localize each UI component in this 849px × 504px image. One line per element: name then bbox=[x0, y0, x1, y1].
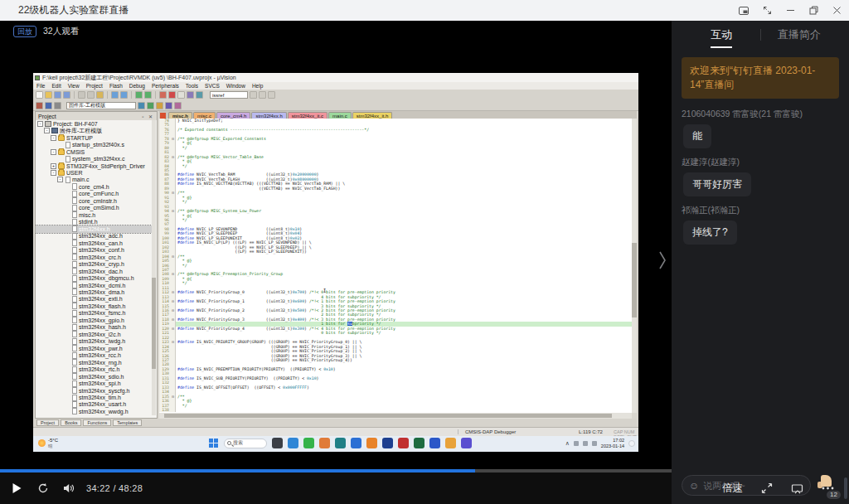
panel-tab-project[interactable]: Project bbox=[36, 419, 59, 426]
save-all-icon[interactable] bbox=[63, 91, 70, 99]
taskbar-app-icon[interactable] bbox=[335, 438, 346, 448]
tree-item[interactable]: core_cm4.h bbox=[36, 183, 152, 190]
tree-item[interactable]: stm32f4xx_syscfg.h bbox=[36, 387, 152, 394]
breakpoint-icon[interactable] bbox=[168, 91, 176, 99]
notification-badge[interactable] bbox=[628, 440, 635, 447]
tree-item[interactable]: stm32f4xx_cryp.h bbox=[36, 260, 152, 267]
tree-expander-icon[interactable]: - bbox=[51, 149, 56, 155]
menu-file[interactable]: File bbox=[36, 83, 45, 89]
pip-button[interactable] bbox=[738, 5, 750, 17]
debug-start-icon[interactable] bbox=[45, 102, 52, 109]
bookmark-icon[interactable] bbox=[159, 91, 167, 99]
panel-tab-templates[interactable]: Templates bbox=[113, 419, 142, 426]
tree-expander-icon[interactable]: - bbox=[51, 170, 56, 176]
maximize-button[interactable] bbox=[808, 5, 819, 17]
tree-expander-icon[interactable]: - bbox=[57, 177, 63, 182]
tab-list-icon[interactable] bbox=[160, 113, 166, 119]
more-options-button[interactable] bbox=[822, 487, 834, 490]
copy-icon[interactable] bbox=[87, 91, 95, 99]
editor-tab-core_cm4-h[interactable]: core_cm4.h bbox=[216, 112, 250, 119]
tree-item[interactable]: stm32f4xx_rcc.h bbox=[36, 351, 152, 358]
tree-expander-icon[interactable]: - bbox=[51, 135, 56, 141]
tree-item[interactable]: core_cmFunc.h bbox=[36, 191, 152, 197]
tree-item[interactable]: +STM32F4xx_StdPeriph_Driver bbox=[36, 162, 152, 169]
tray-icon[interactable] bbox=[592, 441, 597, 446]
taskbar-app-icon[interactable] bbox=[398, 438, 409, 448]
back-icon[interactable] bbox=[135, 91, 143, 99]
tree-item[interactable]: -STARTUP bbox=[36, 134, 152, 141]
tree-item[interactable]: -main.c bbox=[36, 177, 152, 183]
sidebar-collapse-handle[interactable] bbox=[657, 249, 667, 272]
start-button[interactable] bbox=[209, 439, 219, 448]
memory-window-icon[interactable] bbox=[196, 91, 203, 99]
taskbar-search[interactable]: 搜索 bbox=[224, 439, 267, 448]
editor-tab-main-c[interactable]: main.c bbox=[328, 112, 352, 119]
tree-expander-icon[interactable]: - bbox=[37, 121, 43, 127]
close-button[interactable] bbox=[831, 5, 842, 17]
tree-item[interactable]: stm32f4xx_tim.h bbox=[36, 394, 152, 400]
rebuild-icon[interactable] bbox=[147, 102, 154, 109]
toolbar-search-combo[interactable]: issref bbox=[210, 91, 248, 99]
editor-vertical-scrollbar[interactable] bbox=[632, 119, 637, 413]
tray-icon[interactable] bbox=[583, 441, 588, 446]
emoji-icon[interactable]: ☺ bbox=[689, 480, 699, 492]
tree-item[interactable]: stm32f4xx_adc.h bbox=[36, 233, 152, 240]
configure-icon[interactable] bbox=[268, 91, 275, 99]
taskbar-weather[interactable]: -5°C 晴 bbox=[38, 438, 58, 448]
menu-flash[interactable]: Flash bbox=[109, 83, 123, 89]
reload-button[interactable] bbox=[36, 482, 50, 495]
tree-item[interactable]: stm32f4xx_dcmi.h bbox=[36, 282, 152, 288]
find-in-files-icon[interactable] bbox=[259, 91, 266, 99]
tree-item[interactable]: stm32f4xx_can.h bbox=[36, 240, 152, 246]
editor-horizontal-scrollbar[interactable] bbox=[159, 413, 632, 419]
tree-expander-icon[interactable]: - bbox=[44, 128, 50, 133]
sidebar-tab-interact[interactable]: 互动 bbox=[683, 27, 760, 42]
sidebar-tab-intro[interactable]: 直播简介 bbox=[761, 27, 838, 42]
tree-item[interactable]: stm32f4xx_sdio.h bbox=[36, 373, 152, 380]
tree-item[interactable]: stm32f4xx_dbgmcu.h bbox=[36, 274, 152, 281]
taskbar-app-icon[interactable] bbox=[272, 438, 283, 448]
taskbar-app-icon[interactable] bbox=[445, 438, 456, 448]
taskbar-app-icon[interactable] bbox=[414, 438, 424, 448]
playback-speed-button[interactable]: 倍速 bbox=[722, 482, 743, 496]
undo-icon[interactable] bbox=[111, 91, 119, 99]
taskbar-app-icon[interactable] bbox=[303, 438, 314, 448]
taskbar-app-icon[interactable] bbox=[319, 438, 330, 448]
editor-tab-stm32f4xx_it-h[interactable]: stm32f4xx_it.h bbox=[352, 112, 393, 119]
project-tree-scrollbar[interactable] bbox=[152, 120, 156, 415]
taskbar-app-icon[interactable] bbox=[461, 438, 472, 448]
target-select-combo[interactable]: 固件库-工程模版 bbox=[66, 102, 136, 109]
batch-build-icon[interactable] bbox=[165, 102, 172, 109]
tree-item[interactable]: stm32f4xx_hash.h bbox=[36, 324, 152, 331]
run-to-line-icon[interactable] bbox=[177, 91, 185, 99]
build-icon[interactable] bbox=[138, 102, 145, 109]
tree-item[interactable]: -CMSIS bbox=[36, 148, 152, 155]
panel-tab-books[interactable]: Books bbox=[61, 419, 81, 426]
tree-expander-icon[interactable]: + bbox=[51, 163, 56, 169]
tree-item[interactable]: stdint.h bbox=[36, 219, 152, 225]
play-button[interactable] bbox=[10, 482, 23, 495]
redo-icon[interactable] bbox=[120, 91, 128, 99]
translate-icon[interactable] bbox=[156, 102, 163, 109]
find-icon[interactable] bbox=[250, 91, 257, 99]
tree-item[interactable]: -USER bbox=[36, 169, 152, 176]
tree-item[interactable]: misc.h bbox=[36, 211, 152, 218]
menu-debug[interactable]: Debug bbox=[129, 83, 145, 89]
menu-peripherals[interactable]: Peripherals bbox=[152, 83, 179, 89]
tree-item[interactable]: stm32f4xx_gpio.h bbox=[36, 317, 152, 323]
editor-tab-stm32f4xx-h[interactable]: stm32f4xx.h bbox=[251, 112, 286, 119]
minimize-button[interactable] bbox=[784, 5, 796, 17]
tree-item[interactable]: stm32f4xx_rng.h bbox=[36, 359, 152, 366]
tree-item[interactable]: stm32f4xx_exti.h bbox=[36, 296, 152, 303]
tree-item[interactable]: stm32f4xx.h bbox=[36, 225, 152, 232]
menu-window[interactable]: Window bbox=[226, 83, 245, 89]
code-editor[interactable]: 74} NVIC_InitTypeDef;7576/* Exported con… bbox=[159, 119, 632, 413]
tree-item[interactable]: stm32f4xx_flash.h bbox=[36, 303, 152, 309]
menu-tools[interactable]: Tools bbox=[186, 83, 198, 89]
new-file-icon[interactable] bbox=[36, 91, 43, 99]
editor-tab-stm32f4xx_it-c[interactable]: stm32f4xx_it.c bbox=[288, 112, 327, 119]
tray-chevron-icon[interactable]: ∧ bbox=[565, 440, 570, 447]
tree-item[interactable]: stm32f4xx_dma.h bbox=[36, 288, 152, 295]
cut-icon[interactable] bbox=[78, 91, 85, 99]
editor-tab-misc-c[interactable]: misc.c bbox=[193, 112, 216, 119]
